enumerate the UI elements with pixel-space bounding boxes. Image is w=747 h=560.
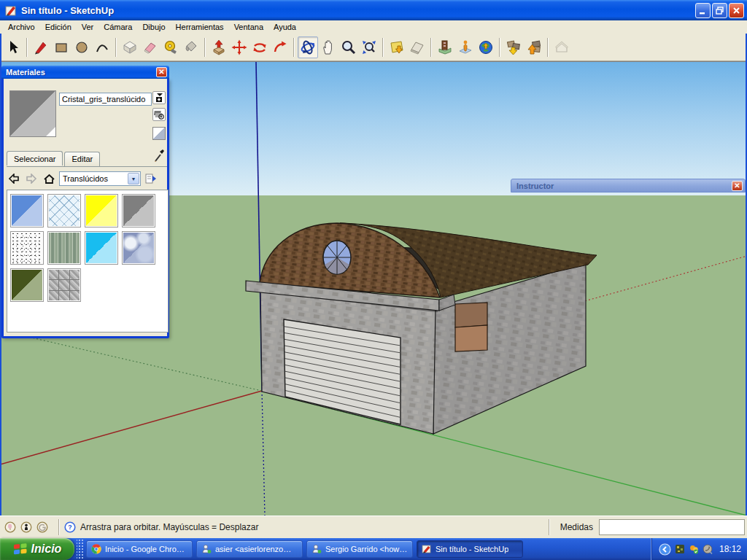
tray-game-icon[interactable] — [675, 544, 685, 554]
materials-tabs: Seleccionar Editar — [7, 152, 138, 166]
material-swatch-cloudy[interactable] — [122, 231, 155, 265]
task-chrome[interactable]: Inicio - Google Chrome — [86, 540, 193, 558]
back-button[interactable] — [7, 171, 21, 186]
tool-add-location-button[interactable] — [387, 36, 407, 58]
arc-icon — [94, 39, 110, 55]
restore-button[interactable] — [712, 3, 727, 18]
create-material-icon — [154, 93, 164, 103]
add-location-icon — [389, 39, 405, 55]
menu-dibujo[interactable]: Dibujo — [137, 21, 170, 33]
tool-line-button[interactable] — [31, 36, 51, 58]
tool-circle-button[interactable] — [71, 36, 92, 58]
tool-make-component-button[interactable] — [120, 36, 140, 58]
task-sketchup[interactable]: Sin título - SketchUp — [417, 540, 523, 558]
geolocation-icon[interactable] — [4, 521, 16, 533]
tray-messenger-status-icon[interactable] — [689, 544, 699, 554]
toolbar — [0, 34, 747, 61]
material-swatch-gray-blocks[interactable] — [47, 268, 81, 302]
tool-rotate-button[interactable] — [249, 36, 270, 58]
restore-icon — [716, 7, 724, 15]
tool-share-model-button[interactable] — [524, 36, 544, 58]
menu-herramientas[interactable]: Herramientas — [171, 21, 229, 33]
instructor-title: Instructor — [516, 182, 732, 190]
measurements-label: Medidas — [554, 522, 599, 532]
menu-ayuda[interactable]: Ayuda — [268, 21, 301, 33]
move-icon — [231, 39, 247, 55]
start-label: Inicio — [31, 542, 62, 556]
home-icon — [43, 174, 55, 184]
create-material-button[interactable] — [152, 91, 166, 104]
home-button[interactable] — [42, 171, 56, 186]
tool-tape-measure-button[interactable] — [160, 36, 181, 58]
pan-hand-icon — [320, 39, 336, 55]
material-swatch-blue[interactable] — [10, 194, 44, 228]
material-swatch-gray-translucent[interactable] — [122, 194, 155, 228]
material-swatch-ribbed[interactable] — [47, 231, 81, 265]
tool-orbit-button[interactable] — [298, 36, 318, 58]
credit-attribution-icon[interactable] — [20, 521, 32, 533]
tool-zoom-extents-button[interactable] — [359, 36, 379, 58]
default-material-swatch[interactable] — [152, 127, 166, 140]
tab-editar[interactable]: Editar — [64, 152, 100, 166]
sign-in-icon[interactable] — [36, 521, 48, 533]
menu-ventana[interactable]: Ventana — [229, 21, 268, 33]
tool-google-earth-button[interactable] — [476, 36, 496, 58]
side-window-lower-pane — [455, 325, 487, 351]
tool-rectangle-button[interactable] — [51, 36, 71, 58]
menu-camara[interactable]: Cámara — [98, 21, 137, 33]
toolbar-separator — [115, 38, 117, 57]
tool-house-button[interactable] — [551, 36, 572, 58]
task-label: asier <asierlorenzo@... — [215, 545, 298, 553]
tool-move-button[interactable] — [229, 36, 249, 58]
tab-seleccionar[interactable]: Seleccionar — [7, 151, 63, 166]
material-swatch-yellow[interactable] — [85, 194, 118, 228]
toolbar-separator — [382, 38, 384, 57]
dropdown-arrow-icon: ▼ — [128, 173, 139, 184]
tool-component-person-button[interactable] — [455, 36, 476, 58]
material-swatch-glass-block[interactable] — [47, 194, 81, 228]
details-icon — [145, 173, 157, 184]
tool-select-button[interactable] — [3, 36, 23, 58]
materials-titlebar[interactable]: Materiales ✕ — [1, 66, 169, 79]
material-swatch-cyan[interactable] — [85, 231, 118, 265]
tray-collapse-chevron-icon[interactable] — [659, 543, 671, 556]
details-button[interactable] — [144, 171, 158, 186]
tool-pan-button[interactable] — [318, 36, 338, 58]
task-label: Sergio Garrido <howli... — [325, 545, 408, 553]
tool-push-pull-button[interactable] — [209, 36, 229, 58]
minimize-button[interactable] — [695, 3, 711, 18]
instructor-window[interactable]: Instructor ✕ — [511, 179, 746, 192]
material-name-field[interactable] — [59, 93, 152, 106]
eyedropper-icon[interactable] — [153, 149, 165, 163]
tool-photo-textures-button[interactable] — [435, 36, 455, 58]
tool-paint-bucket-button[interactable] — [181, 36, 201, 58]
tool-get-models-button[interactable] — [503, 36, 524, 58]
material-swatch-frosted[interactable] — [10, 231, 44, 265]
tool-follow-me-button[interactable] — [270, 36, 290, 58]
tray-volume-icon[interactable] — [703, 544, 713, 554]
task-messenger-asier[interactable]: asier <asierlorenzo@... — [196, 540, 303, 558]
materials-close-button[interactable]: ✕ — [156, 67, 167, 77]
sample-paint-button[interactable] — [152, 108, 166, 121]
instructor-close-button[interactable]: ✕ — [732, 181, 743, 191]
tool-toggle-terrain-button[interactable] — [407, 36, 427, 58]
tool-zoom-button[interactable] — [338, 36, 359, 58]
menu-ver[interactable]: Ver — [77, 21, 99, 33]
tool-arc-button[interactable] — [92, 36, 112, 58]
quicklaunch-grip[interactable] — [77, 540, 84, 559]
task-messenger-sergio[interactable]: Sergio Garrido <howli... — [306, 540, 413, 558]
tool-eraser-button[interactable] — [140, 36, 160, 58]
measurements-input[interactable] — [599, 519, 745, 535]
messenger-buddy-icon — [201, 544, 212, 554]
material-swatch-dark-green[interactable] — [10, 268, 44, 302]
close-button[interactable] — [729, 3, 744, 18]
tab-divider — [7, 166, 167, 167]
forward-button[interactable] — [24, 171, 39, 186]
material-swatch-list — [7, 190, 169, 332]
taskbar-clock[interactable]: 18:12 — [716, 544, 741, 554]
menu-archivo[interactable]: Archivo — [3, 21, 40, 33]
collection-dropdown[interactable]: Translúcidos ▼ — [59, 171, 141, 186]
menu-edicion[interactable]: Edición — [40, 21, 77, 33]
help-icon[interactable]: ? — [64, 521, 76, 533]
start-button[interactable]: Inicio — [0, 538, 74, 560]
